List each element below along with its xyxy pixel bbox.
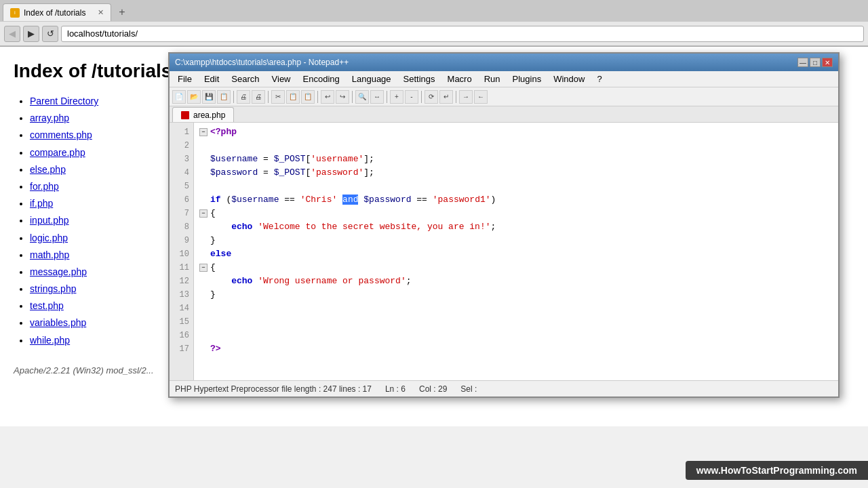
toolbar-wrap[interactable]: ↵ xyxy=(439,90,453,104)
toolbar-sep2 xyxy=(268,91,269,103)
close-button[interactable]: ✕ xyxy=(822,58,833,67)
toolbar-sync[interactable]: ⟳ xyxy=(425,90,438,104)
menu-item-view[interactable]: View xyxy=(267,73,296,85)
code-line[interactable]: echo 'Welcome to the secret website, you… xyxy=(199,220,833,234)
new-tab-button[interactable]: + xyxy=(114,4,130,20)
line-number: 12 xyxy=(170,274,193,288)
toolbar-new[interactable]: 📄 xyxy=(172,90,186,104)
statusbar-left: PHP Hypertext Preprocessor file length :… xyxy=(175,384,477,394)
minimize-button[interactable]: — xyxy=(797,58,808,67)
maximize-button[interactable]: □ xyxy=(810,58,821,67)
toolbar-outdent[interactable]: ← xyxy=(474,90,488,104)
code-line[interactable] xyxy=(199,315,833,329)
code-line[interactable] xyxy=(199,139,833,152)
editor-tab-label: area.php xyxy=(193,110,225,120)
toolbar-undo[interactable]: ↩ xyxy=(321,90,334,104)
notepad-menubar: FileEditSearchViewEncodingLanguageSettin… xyxy=(170,71,838,87)
browser-tab[interactable]: i Index of /tutorials ✕ xyxy=(3,3,111,21)
file-link[interactable]: variables.php xyxy=(30,317,86,328)
toolbar-indent[interactable]: → xyxy=(459,90,473,104)
fold-indicator[interactable]: − xyxy=(199,209,208,218)
menu-item-settings[interactable]: Settings xyxy=(398,73,441,85)
menu-item-edit[interactable]: Edit xyxy=(199,73,224,85)
code-line[interactable]: $username = $_POST['username']; xyxy=(199,152,833,166)
menu-item-language[interactable]: Language xyxy=(347,73,397,85)
toolbar-open[interactable]: 📂 xyxy=(187,90,201,104)
browser-chrome: i Index of /tutorials ✕ + ◀ ▶ ↺ xyxy=(0,0,868,47)
toolbar-save[interactable]: 💾 xyxy=(202,90,216,104)
toolbar-print[interactable]: 🖨 xyxy=(237,90,250,104)
page-content: Index of /tutorials Parent Directoryarra… xyxy=(0,47,868,426)
menu-item-window[interactable]: Window xyxy=(548,73,590,85)
code-line[interactable]: −{ xyxy=(199,261,833,274)
menu-item-macro[interactable]: Macro xyxy=(442,73,477,85)
file-link[interactable]: else.php xyxy=(30,164,66,175)
menu-item-?[interactable]: ? xyxy=(591,73,607,85)
toolbar-copy[interactable]: 📋 xyxy=(286,90,300,104)
file-link[interactable]: comments.php xyxy=(30,129,92,140)
notepad-editor[interactable]: 1234567891011121314151617 −<?php$usernam… xyxy=(170,123,838,380)
menu-item-file[interactable]: File xyxy=(172,73,197,85)
file-link[interactable]: logic.php xyxy=(30,232,68,243)
menu-item-run[interactable]: Run xyxy=(479,73,506,85)
file-link[interactable]: test.php xyxy=(30,300,64,311)
file-link[interactable]: message.php xyxy=(30,266,87,277)
notepad-tabstrip: area.php xyxy=(170,106,838,123)
code-line[interactable]: −<?php xyxy=(199,125,833,139)
tab-close-button[interactable]: ✕ xyxy=(98,8,104,17)
file-link[interactable]: input.php xyxy=(30,215,69,226)
tab-bar: i Index of /tutorials ✕ + xyxy=(0,0,868,22)
file-link[interactable]: if.php xyxy=(30,198,53,209)
code-line[interactable]: $password = $_POST['password']; xyxy=(199,166,833,180)
code-line[interactable]: if ($username == 'Chris' and $password =… xyxy=(199,193,833,207)
notepad-titlebar: C:\xampp\htdocs\tutorials\area.php - Not… xyxy=(170,54,838,71)
file-link[interactable]: while.php xyxy=(30,335,70,346)
toolbar-saveas[interactable]: 📋 xyxy=(217,90,231,104)
menu-item-encoding[interactable]: Encoding xyxy=(298,73,345,85)
code-line[interactable]: echo 'Wrong username or password'; xyxy=(199,274,833,288)
code-line[interactable]: −{ xyxy=(199,207,833,220)
fold-indicator[interactable]: − xyxy=(199,128,208,136)
file-link[interactable]: math.php xyxy=(30,249,69,260)
menu-item-search[interactable]: Search xyxy=(226,73,264,85)
code-line[interactable] xyxy=(199,180,833,193)
toolbar-zoom-in[interactable]: + xyxy=(390,90,403,104)
toolbar-sep1 xyxy=(233,91,234,103)
menu-item-plugins[interactable]: Plugins xyxy=(507,73,547,85)
toolbar-sep7 xyxy=(456,91,456,103)
toolbar-search[interactable]: 🔍 xyxy=(355,90,369,104)
code-line[interactable] xyxy=(199,329,833,342)
toolbar-cut[interactable]: ✂ xyxy=(271,90,285,104)
address-bar[interactable] xyxy=(61,26,864,42)
toolbar-sep6 xyxy=(421,91,422,103)
toolbar-print2[interactable]: 🖨 xyxy=(252,90,265,104)
file-link[interactable]: strings.php xyxy=(30,283,76,294)
line-number: 17 xyxy=(170,342,193,356)
back-button[interactable]: ◀ xyxy=(4,26,20,42)
code-line[interactable] xyxy=(199,302,833,315)
notepad-toolbar: 📄 📂 💾 📋 🖨 🖨 ✂ 📋 📋 ↩ ↪ 🔍 ↔ + - ⟳ ↵ → xyxy=(170,87,838,106)
code-area[interactable]: −<?php$username = $_POST['username'];$pa… xyxy=(194,123,838,380)
file-link[interactable]: for.php xyxy=(30,181,59,192)
toolbar-redo[interactable]: ↪ xyxy=(336,90,349,104)
file-link[interactable]: array.php xyxy=(30,113,69,123)
code-line[interactable]: } xyxy=(199,288,833,302)
fold-indicator[interactable]: − xyxy=(199,264,208,272)
statusbar-fileinfo: PHP Hypertext Preprocessor file length :… xyxy=(175,384,372,394)
refresh-button[interactable]: ↺ xyxy=(42,26,58,42)
code-line[interactable]: else xyxy=(199,247,833,261)
forward-button[interactable]: ▶ xyxy=(23,26,39,42)
file-link[interactable]: Parent Directory xyxy=(30,96,98,106)
editor-tab[interactable]: area.php xyxy=(172,107,234,122)
line-number: 7 xyxy=(170,207,193,220)
line-number: 11 xyxy=(170,261,193,274)
toolbar-zoom-out[interactable]: - xyxy=(405,90,418,104)
code-line[interactable]: } xyxy=(199,234,833,247)
toolbar-sep3 xyxy=(317,91,318,103)
code-line[interactable]: ?> xyxy=(199,342,833,356)
file-link[interactable]: compare.php xyxy=(30,147,85,158)
nav-bar: ◀ ▶ ↺ xyxy=(0,22,868,46)
toolbar-paste[interactable]: 📋 xyxy=(301,90,315,104)
line-number: 13 xyxy=(170,288,193,302)
toolbar-replace[interactable]: ↔ xyxy=(370,90,384,104)
